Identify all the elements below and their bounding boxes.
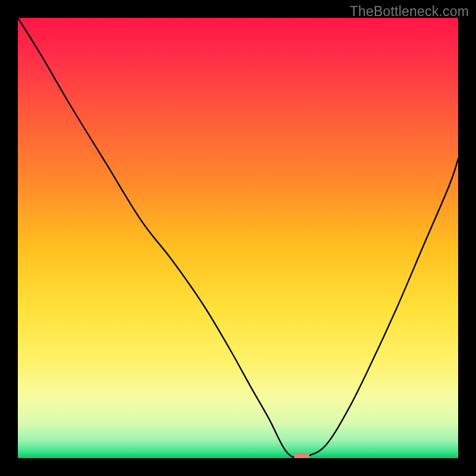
chart-frame: TheBottleneck.com — [0, 0, 476, 476]
bottleneck-chart — [18, 18, 458, 458]
gradient-background — [18, 18, 458, 458]
watermark-text: TheBottleneck.com — [350, 4, 469, 20]
plot-area — [18, 18, 458, 458]
optimal-marker — [294, 453, 309, 458]
